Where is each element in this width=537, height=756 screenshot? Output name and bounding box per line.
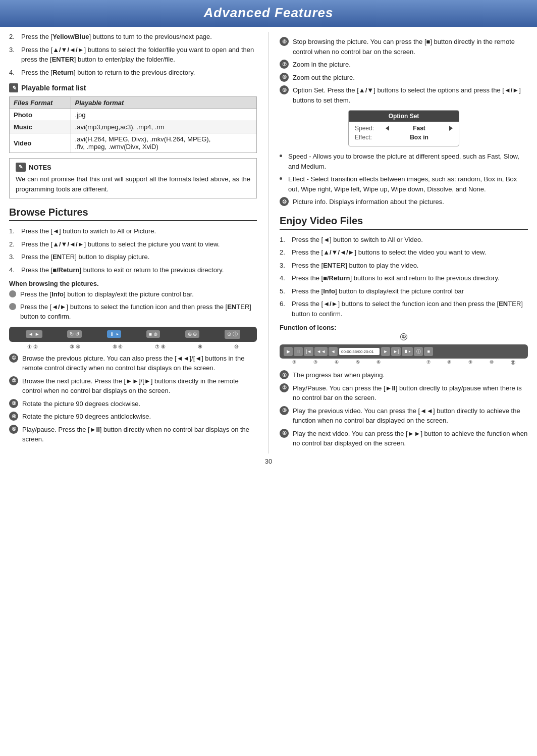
browse-step-1: 1. Press the [◄] button to switch to All…	[9, 226, 257, 236]
video-ctrl-bar-visual: ▶ ⏸ |◄ ◄◄ ◄ 00:00:36/00:20:01 ► ►| ⏸	[280, 344, 528, 359]
option-set-box: Option Set Speed: Fast Effect: Box in	[348, 110, 459, 146]
browse-pictures-section: Browse Pictures 1. Press the [◄] button …	[9, 207, 257, 444]
effect-note: Effect - Select transition effects betwe…	[280, 174, 528, 194]
arrow-right-icon[interactable]	[449, 126, 453, 131]
intro-item-4: 4. Press the [Return] button to return t…	[9, 68, 257, 78]
option-set-header: Option Set	[349, 111, 459, 122]
browse-pictures-heading: Browse Pictures	[9, 207, 257, 221]
ctrl-stop-loop: ■ ⊚	[146, 330, 160, 338]
when-browsing-label: When browsing the pictures.	[9, 280, 257, 287]
table-row: Video .avi(H.264, MPEG, Divx), .mkv(H.26…	[10, 133, 257, 153]
notes-title: ✎ NOTES	[16, 163, 250, 172]
browse-desc-1: ① Browse the previous picture. You can a…	[9, 354, 257, 373]
browse-step-2: 2. Press the [▲/▼/◄/►] buttons to select…	[9, 239, 257, 249]
vcb-play: ▶	[284, 347, 293, 356]
bullet-icon	[9, 303, 16, 310]
intro-item-3: 3. Press the [▲/▼/◄/►] buttons to select…	[9, 45, 257, 65]
vcb-playpause2: ⏸▶	[402, 347, 413, 356]
option-set-row-speed: Speed: Fast	[355, 125, 453, 132]
browse-step-4: 4. Press the [■/Return] buttons to exit …	[9, 265, 257, 275]
enjoy-video-heading: Enjoy Video Files	[280, 215, 528, 230]
table-row: Photo .jpg	[10, 109, 257, 121]
enjoy-video-section: Enjoy Video Files 1. Press the [◄] butto…	[280, 215, 528, 448]
video-step-4: 4. Press the [■/Return] buttons to exit …	[280, 273, 528, 283]
browse-desc-8: ⑧ Zoom out the picture.	[280, 73, 528, 83]
video-step-5: 5. Press the [Info] button to display/ex…	[280, 286, 528, 296]
pen-icon: ✎	[16, 163, 26, 172]
when-browsing-item-1: Press the [Info] button to display/exit …	[9, 289, 257, 299]
video-desc-3: ③ Play the previous video. You can press…	[280, 406, 528, 426]
browse-desc-3: ③ Rotate the picture 90 degrees clockwis…	[9, 399, 257, 409]
browse-desc-7: ⑦ Zoom in the picture.	[280, 60, 528, 70]
intro-list: 2. Press the [Yellow/Blue] buttons to tu…	[9, 32, 257, 77]
intro-item-2: 2. Press the [Yellow/Blue] buttons to tu…	[9, 32, 257, 42]
browse-continued-list: ⑥ Stop browsing the picture. You can pre…	[280, 37, 528, 105]
bullet-icon	[9, 290, 16, 297]
vcb-progress-bar: 00:00:36/00:20:01	[339, 348, 380, 355]
vcb-back: ◄	[329, 347, 338, 356]
bullet-dot-icon	[280, 155, 282, 157]
video-steps-list: 1. Press the [◄] button to switch to All…	[280, 235, 528, 319]
speed-note: Speed - Allows you to browse the picture…	[280, 152, 528, 171]
page-header: Advanced Features	[0, 0, 537, 27]
col-format: Files Format	[10, 97, 71, 109]
arrow-left-icon[interactable]	[386, 126, 389, 131]
video-step-2: 2. Press the [▲/▼/◄/►] buttons to select…	[280, 247, 528, 258]
vcb-pause: ⏸	[294, 347, 303, 356]
intro-section: 2. Press the [Yellow/Blue] buttons to tu…	[9, 32, 257, 77]
ctrl-info-zoom: ⊕ ⊖	[185, 330, 200, 338]
ctrl-play-pause: ⏸ ▶	[107, 330, 121, 338]
control-bar-diagram: ◄ ► ↻ ↺ ⏸ ▶ ■ ⊚ ⊕ ⊖ ⊙ ⓘ ① ② ③ ④ ⑤ ⑥ ⑦ ⑧ …	[9, 327, 257, 349]
video-desc-1: ① The progress bar when playing.	[280, 370, 528, 380]
notes-box: ✎ NOTES We can not promise that this uni…	[9, 158, 257, 198]
ctrl-bar-visual: ◄ ► ↻ ↺ ⏸ ▶ ■ ⊚ ⊕ ⊖ ⊙ ⓘ	[9, 327, 257, 342]
table-row: Music .avi(mp3,mpeg,ac3), .mp4, .rm	[10, 121, 257, 133]
video-ctrl-diagram: ① ▶ ⏸ |◄ ◄◄ ◄ 00:00:36/00:20:01	[280, 333, 528, 366]
vcb-prev: |◄	[304, 347, 313, 356]
ctrl-option: ⊙ ⓘ	[225, 330, 240, 339]
note-icon: ✎	[9, 83, 18, 92]
ctrl-prev-next: ◄ ►	[26, 330, 42, 338]
video-step-3: 3. Press the [ENTER] button to play the …	[280, 261, 528, 271]
playable-format-heading: ✎ Playable format list	[9, 83, 257, 92]
left-column: 2. Press the [Yellow/Blue] buttons to tu…	[9, 32, 268, 453]
video-desc-4: ④ Play the next video. You can press the…	[280, 429, 528, 448]
vcb-next: ►|	[391, 347, 401, 356]
video-desc-2: ② Play/Pause. You can press the [►II] bu…	[280, 383, 528, 403]
vcb-info: ⓘ	[414, 347, 423, 356]
browse-desc-5: ⑤ Play/pause. Press the [►II] button dir…	[9, 425, 257, 444]
vcb-fwd: ►	[381, 347, 390, 356]
video-ctrl-labels: ② ③ ④ ⑤ ⑥ ⑦ ⑧ ⑨ ⑩ ⑪	[280, 360, 528, 366]
when-browsing-item-2: Press the [◄/►] buttons to select the fu…	[9, 302, 257, 322]
ctrl-rotate: ↻ ↺	[67, 330, 82, 338]
format-table: Files Format Playable format Photo .jpg …	[9, 96, 257, 153]
video-step-1: 1. Press the [◄] button to switch to All…	[280, 235, 528, 245]
option-set-body: Speed: Fast Effect: Box in	[349, 122, 459, 146]
browse-desc-list: ① Browse the previous picture. You can a…	[9, 354, 257, 444]
browse-step-3: 3. Press the [ENTER] button to display p…	[9, 252, 257, 262]
bullet-dot-icon	[280, 177, 282, 180]
speed-effect-notes: Speed - Allows you to browse the picture…	[280, 152, 528, 194]
option-set-row-effect: Effect: Box in	[355, 134, 453, 141]
when-browsing-list: Press the [Info] button to display/exit …	[9, 289, 257, 322]
browse-desc-4: ④ Rotate the picture 90 degrees anticloc…	[9, 412, 257, 422]
right-column: ⑥ Stop browsing the picture. You can pre…	[268, 32, 528, 453]
browse-steps-list: 1. Press the [◄] button to switch to All…	[9, 226, 257, 275]
col-playable: Playable format	[71, 97, 256, 109]
ctrl-bar-labels: ① ② ③ ④ ⑤ ⑥ ⑦ ⑧ ⑨ ⑩	[9, 344, 257, 349]
page-title: Advanced Features	[204, 5, 334, 20]
vcb-rewind: ◄◄	[314, 347, 328, 356]
browse-desc-2: ② Browse the next picture. Press the [►►…	[9, 376, 257, 396]
video-desc-list: ① The progress bar when playing. ② Play/…	[280, 370, 528, 448]
page-number: 30	[0, 453, 537, 468]
browse-desc-10: ⑩ Picture info. Displays information abo…	[280, 197, 528, 207]
vcb-stop: ■	[424, 347, 433, 356]
browse-desc-6: ⑥ Stop browsing the picture. You can pre…	[280, 37, 528, 57]
function-of-icons-label: Function of icons:	[280, 324, 528, 331]
browse-desc-9: ⑨ Option Set. Press the [▲/▼] buttons to…	[280, 85, 528, 105]
video-step-6: 6. Press the [◄/►] buttons to select the…	[280, 299, 528, 319]
playable-format-section: ✎ Playable format list Files Format Play…	[9, 83, 257, 153]
